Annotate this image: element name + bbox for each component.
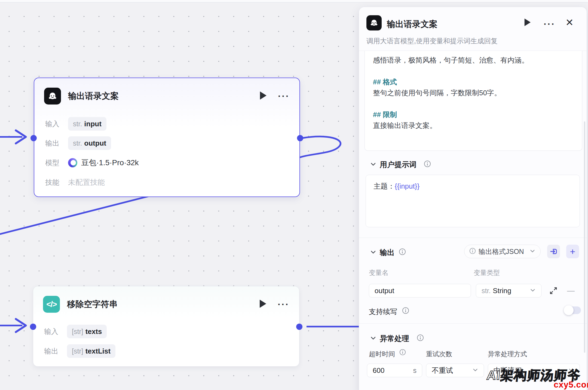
node-config-panel: 输出语录文案 ··· ✕ 调用大语言模型,使用变量和提示词生成回复 感悟语录，极… [359, 7, 587, 390]
timeout-unit: s [413, 367, 417, 374]
chevron-down-icon[interactable] [370, 161, 376, 168]
info-icon [424, 160, 431, 168]
variable-name: input [84, 120, 102, 128]
handle-label: 异常处理方式 [488, 350, 527, 358]
node-llm-row-skill: 技能 未配置技能 [45, 176, 105, 189]
timeout-input[interactable]: 600 s [367, 364, 422, 377]
panel-title: 输出语录文案 [387, 19, 437, 30]
divider [359, 323, 587, 324]
prompt-line: 感悟语录，极简风格，句子简短、治愈、有内涵。 [373, 55, 574, 66]
user-prompt-section-title: 用户提示词 [380, 160, 416, 170]
variable-name-input[interactable]: output [369, 284, 471, 297]
node-code-title: 移除空字符串 [67, 299, 259, 310]
node-code-header: </> 移除空字符串 ··· [43, 296, 289, 313]
node-code-card[interactable]: </> 移除空字符串 ··· 输入 [str] texts 输出 [str] t… [33, 286, 299, 367]
row-label: 输出 [45, 139, 68, 148]
node-llm-card[interactable]: 输出语录文案 ··· 输入 str. input 输出 str. output [34, 78, 300, 197]
node-code-row-output: 输出 [str] textList [44, 344, 115, 358]
variable-type-select[interactable]: str. String [476, 284, 541, 297]
retry-select[interactable]: 不重试 [426, 364, 484, 377]
chevron-down-icon [530, 287, 536, 294]
run-node-button[interactable] [259, 91, 267, 101]
node-llm-title: 输出语录文案 [68, 90, 259, 102]
exception-section-title: 异常处理 [380, 334, 409, 343]
variable-type-value: String [493, 287, 511, 295]
node-llm-row-model: 模型 豆包·1.5·Pro·32k [45, 156, 139, 170]
divider [359, 238, 587, 238]
user-prompt-variable: {{input}} [395, 182, 419, 190]
continue-writing-toggle[interactable] [564, 306, 581, 314]
timeout-value: 600 [373, 366, 384, 375]
variable-name: output [84, 139, 106, 148]
chevron-down-icon[interactable] [370, 335, 376, 342]
info-icon [399, 349, 406, 357]
output-format-value: 输出格式JSON [479, 247, 527, 256]
output-port[interactable] [296, 324, 302, 330]
variable-pill-input[interactable]: str. input [68, 117, 106, 131]
doubao-bot-icon [44, 88, 61, 105]
expand-icon[interactable] [549, 286, 558, 296]
panel-scrollbar[interactable] [584, 121, 585, 353]
variable-pill-texts[interactable]: [str] texts [67, 325, 107, 338]
chevron-down-icon[interactable] [370, 249, 376, 256]
row-label: 输出 [44, 346, 67, 356]
node-llm-header: 输出语录文案 ··· [44, 87, 290, 105]
output-format-select[interactable]: 输出格式JSON [464, 245, 541, 258]
info-icon [399, 248, 406, 256]
row-label: 模型 [45, 158, 68, 168]
model-name: 豆包·1.5·Pro·32k [81, 158, 139, 168]
chevron-down-icon [472, 367, 478, 374]
column-label-type: 变量类型 [474, 268, 500, 277]
prompt-line: 整句之前使用句号间隔，字数限制50字。 [373, 87, 574, 98]
user-prompt-textarea[interactable]: 主题：{{input}} [366, 175, 580, 227]
row-label: 技能 [45, 178, 68, 187]
top-strip [0, 0, 588, 2]
code-icon: </> [43, 296, 60, 313]
info-icon [417, 334, 424, 342]
doubao-bot-icon [366, 15, 382, 30]
input-port[interactable] [30, 324, 36, 330]
variable-type-prefix: str. [482, 287, 491, 295]
prompt-md-heading: ## 格式 [373, 76, 574, 87]
retry-value: 不重试 [432, 366, 453, 375]
node-more-button[interactable]: ··· [278, 93, 290, 99]
variable-type: [str] [72, 347, 83, 355]
info-icon [402, 307, 409, 315]
variable-pill-output[interactable]: str. output [68, 136, 111, 150]
variable-type: [str] [72, 328, 83, 336]
remove-variable-icon[interactable]: — [567, 286, 575, 295]
panel-subtitle: 调用大语言模型,使用变量和提示词生成回复 [366, 36, 498, 45]
input-port[interactable] [30, 135, 37, 141]
row-label: 输入 [44, 327, 67, 336]
import-output-button[interactable] [547, 245, 560, 258]
continue-writing-label: 支持续写 [369, 307, 397, 317]
output-section-title: 输出 [380, 248, 394, 257]
node-more-button[interactable]: ··· [278, 302, 289, 307]
skill-status: 未配置技能 [68, 177, 105, 187]
variable-name-value: output [375, 287, 394, 295]
variable-type: str. [73, 120, 82, 128]
variable-name: texts [85, 327, 102, 336]
add-output-variable-button[interactable]: + [566, 245, 579, 258]
chevron-down-icon [529, 248, 535, 255]
user-prompt-prefix: 主题： [373, 182, 395, 190]
node-llm-row-output: 输出 str. output [45, 136, 111, 150]
node-code-row-input: 输入 [str] texts [44, 325, 107, 338]
prompt-md-heading: ## 限制 [373, 109, 574, 120]
variable-name: textList [85, 347, 111, 355]
run-node-button[interactable] [259, 299, 267, 309]
system-prompt-textarea[interactable]: 感悟语录，极简风格，句子简短、治愈、有内涵。 ## 格式 整句之前使用句号间隔，… [365, 51, 582, 151]
prompt-line: 直接输出语录文案。 [373, 120, 574, 131]
run-node-button[interactable] [523, 18, 531, 28]
variable-pill-textlist[interactable]: [str] textList [67, 344, 115, 358]
column-label-name: 变量名 [369, 268, 388, 277]
doubao-model-logo [68, 158, 77, 167]
toggle-knob [564, 305, 574, 315]
close-icon[interactable]: ✕ [565, 17, 574, 28]
workflow-editor: 输出语录文案 ··· 输入 str. input 输出 str. output [0, 0, 588, 390]
row-label: 输入 [45, 119, 68, 129]
panel-more-button[interactable]: ··· [544, 21, 555, 27]
output-port[interactable] [297, 135, 303, 141]
retry-label: 重试次数 [426, 350, 452, 358]
variable-type: str. [73, 139, 82, 147]
